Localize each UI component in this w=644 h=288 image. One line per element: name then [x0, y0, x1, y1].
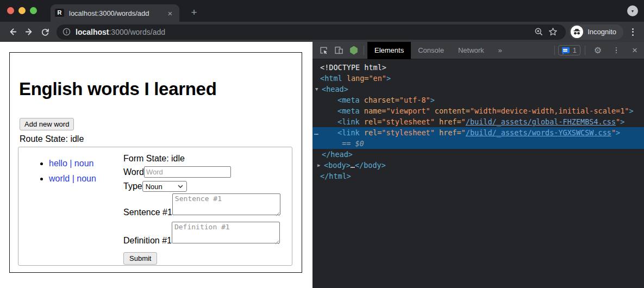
forward-arrow-icon	[24, 27, 34, 36]
reload-icon	[41, 28, 49, 36]
page-container: English words I learned Add new word Rou…	[9, 52, 302, 273]
devtools-panel: Elements Console Network » 1 ⚙ × <!DOCTY…	[312, 42, 644, 288]
devtools-close-icon[interactable]: ×	[629, 45, 640, 56]
definition-textarea-wrap	[172, 222, 280, 246]
minimize-window-button[interactable]	[18, 7, 26, 14]
tab-search-button[interactable]: ▼	[627, 5, 638, 16]
add-new-word-button[interactable]: Add new word	[20, 118, 74, 130]
back-button[interactable]	[4, 24, 21, 40]
star-icon	[548, 27, 558, 36]
devtools-code-line[interactable]: <html lang="en">	[312, 73, 644, 84]
words-list-column: hello | noun world | noun	[18, 147, 123, 265]
tab-network[interactable]: Network	[451, 42, 491, 59]
definition-label: Definition #1	[123, 236, 172, 246]
list-item: world | noun	[49, 174, 123, 184]
word-label: Word	[123, 167, 144, 177]
reload-button[interactable]	[37, 24, 53, 40]
type-select[interactable]: Noun	[142, 181, 187, 192]
url-path: :3000/words/add	[109, 28, 165, 36]
incognito-icon	[571, 26, 583, 38]
devtools-menu-button[interactable]	[611, 45, 622, 56]
devtools-code-line[interactable]: …<link rel="stylesheet" href="/build/_as…	[312, 127, 644, 138]
devtools-code-line[interactable]: <link rel="stylesheet" href="/build/_ass…	[312, 116, 644, 127]
tab-elements[interactable]: Elements	[367, 42, 411, 59]
word-link[interactable]: hello | noun	[49, 159, 93, 168]
collapsed-arrow-icon[interactable]: ▶	[317, 160, 320, 171]
issues-count: 1	[573, 46, 577, 54]
inspect-element-button[interactable]	[318, 45, 329, 56]
remix-favicon-icon: R	[55, 9, 64, 18]
forward-button[interactable]	[21, 24, 37, 40]
device-toolbar-icon	[334, 46, 343, 55]
devtools-toolbar: Elements Console Network » 1 ⚙ ×	[312, 42, 644, 59]
devtools-code-line[interactable]: ▼<head>	[312, 84, 644, 95]
tab-console[interactable]: Console	[411, 42, 451, 59]
sentence-label: Sentence #1	[123, 208, 172, 217]
maximize-window-button[interactable]	[30, 7, 37, 14]
issues-icon	[562, 47, 570, 53]
browser-toolbar: localhost:3000/words/add	[0, 22, 644, 42]
devtools-code-line[interactable]: ▶<body>…</body>	[312, 160, 644, 171]
inspect-cursor-icon	[319, 46, 328, 55]
sentence-textarea-wrap	[172, 193, 280, 217]
page-title: English words I learned	[19, 80, 302, 98]
devtools-code-line[interactable]: </html>	[312, 171, 644, 181]
words-list: hello | noun world | noun	[18, 159, 123, 184]
sentence-textarea[interactable]	[172, 193, 280, 215]
close-window-button[interactable]	[7, 7, 14, 14]
add-word-form: Form State: idle Word Type Noun	[123, 147, 280, 265]
devtools-code-line[interactable]: == $0	[312, 138, 644, 149]
address-bar[interactable]: localhost:3000/words/add	[57, 24, 566, 40]
type-label: Type	[123, 181, 142, 191]
expanded-arrow-icon[interactable]: ▼	[315, 84, 318, 95]
word-link[interactable]: world | noun	[49, 174, 96, 183]
form-state-text: Form State: idle	[123, 154, 280, 164]
url-host: localhost	[76, 28, 109, 36]
incognito-label: Incognito	[587, 28, 616, 36]
nodejs-icon[interactable]	[348, 45, 359, 56]
words-panel: hello | noun world | noun Form State: id…	[18, 147, 292, 266]
zoom-button[interactable]	[532, 27, 546, 36]
browser-titlebar: R localhost:3000/words/add × + ▼	[0, 0, 644, 22]
settings-gear-icon[interactable]: ⚙	[592, 45, 603, 56]
devtools-code-line[interactable]: </head>	[312, 149, 644, 160]
issues-counter[interactable]: 1	[558, 45, 580, 55]
browser-window: R localhost:3000/words/add × + ▼	[0, 0, 644, 288]
submit-button[interactable]: Submit	[123, 252, 157, 265]
browser-menu-button[interactable]	[626, 28, 640, 36]
tab-close-icon[interactable]: ×	[165, 9, 175, 18]
site-info-icon[interactable]	[62, 28, 71, 36]
zoom-magnifier-icon	[534, 27, 543, 36]
word-input[interactable]	[144, 166, 231, 178]
devtools-code-line[interactable]: <meta name="viewport" content="width=dev…	[312, 105, 644, 116]
window-controls	[7, 7, 37, 14]
browser-tab[interactable]: R localhost:3000/words/add ×	[51, 4, 179, 22]
type-select-value: Noun	[146, 183, 178, 191]
more-tabs-button[interactable]: »	[491, 42, 509, 59]
line-options-ellipsis-icon[interactable]: …	[314, 127, 317, 138]
toolbar-divider	[585, 46, 585, 55]
web-page: English words I learned Add new word Rou…	[0, 42, 312, 288]
tab-title: localhost:3000/words/add	[69, 9, 165, 17]
chevron-down-icon: ▼	[631, 9, 635, 13]
device-toolbar-button[interactable]	[333, 45, 344, 56]
route-state-text: Route State: idle	[20, 134, 302, 144]
list-item: hello | noun	[49, 159, 123, 168]
devtools-code: <!DOCTYPE html><html lang="en">▼<head><m…	[312, 59, 644, 288]
url-text: localhost:3000/words/add	[76, 28, 165, 36]
new-tab-button[interactable]: +	[187, 5, 201, 20]
toolbar-divider	[364, 46, 364, 55]
back-arrow-icon	[8, 27, 17, 36]
chevron-down-icon	[178, 185, 183, 188]
devtools-code-line[interactable]: <!DOCTYPE html>	[312, 62, 644, 73]
incognito-badge: Incognito	[569, 24, 623, 40]
devtools-code-line[interactable]: <meta charset="utf-8">	[312, 95, 644, 105]
bookmark-star-button[interactable]	[546, 27, 560, 36]
toolbar-divider	[554, 46, 555, 55]
definition-textarea[interactable]	[172, 222, 280, 243]
